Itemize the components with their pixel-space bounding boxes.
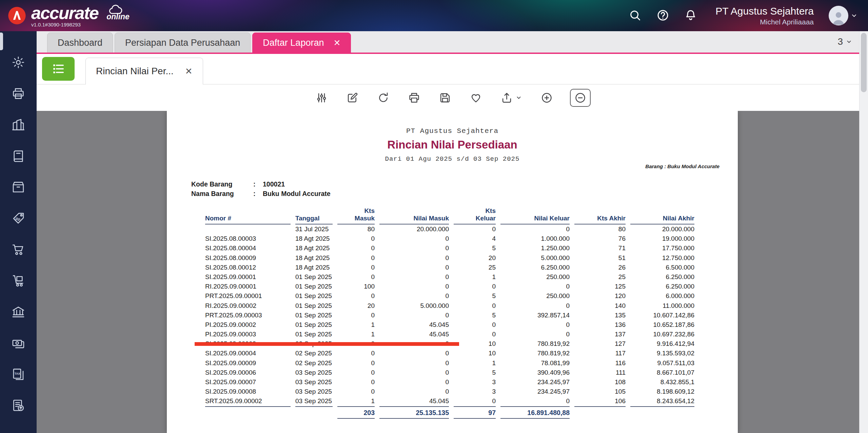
export-button[interactable]: [499, 90, 524, 105]
refresh-button[interactable]: [376, 90, 391, 105]
table-row: PI.2025.09.0000301 Sep 2025145.045001371…: [205, 330, 738, 339]
help-button[interactable]: [656, 9, 669, 23]
table-cell: 10: [454, 339, 496, 349]
print-button[interactable]: [407, 90, 422, 105]
table-cell: 3: [454, 377, 496, 387]
table-cell: 5.000.000: [379, 301, 449, 311]
report-page: PT Agustus Sejahtera Rincian Nilai Perse…: [167, 111, 738, 433]
table-cell: 8.432.855,1: [630, 377, 694, 387]
chevron-down-icon: [850, 12, 858, 19]
report-list-button[interactable]: [42, 57, 75, 81]
zoom-out-button[interactable]: [570, 89, 591, 107]
sidebar-item-sales-cart[interactable]: [10, 242, 26, 257]
table-cell: 80: [574, 224, 626, 234]
scrollbar-thumb[interactable]: [861, 33, 867, 92]
sidebar-item-price-tag-rp[interactable]: Rp: [10, 211, 26, 226]
app-window: accurate online v1.0.1#3090-1998293: [0, 0, 868, 433]
table-cell: 01 Sep 2025: [295, 301, 333, 311]
sidebar-item-ledger-book[interactable]: [10, 149, 26, 163]
tab-strip: DashboardPersiapan Data PerusahaanDaftar…: [47, 31, 353, 53]
column-header: Kts Keluar: [454, 207, 496, 224]
sidebar-item-bank-building[interactable]: [10, 304, 26, 319]
tab-persiapan-data-perusahaan[interactable]: Persiapan Data Perusahaan: [115, 33, 251, 53]
table-cell: 8.667.101,07: [630, 368, 694, 377]
table-row: SI.2025.08.0000418 Agt 20250051.250.0007…: [205, 243, 738, 253]
report-tab-label: Rincian Nilai Per...: [96, 66, 174, 77]
chevron-down-icon[interactable]: [515, 94, 522, 101]
close-icon[interactable]: ✕: [185, 67, 193, 76]
search-button[interactable]: [629, 9, 642, 23]
table-cell: 0: [337, 377, 375, 387]
open-tabs-counter[interactable]: 3: [837, 36, 852, 47]
report-tab-rincian-nilai-per[interactable]: Rincian Nilai Per...✕: [85, 58, 203, 84]
sales-cart-icon: [11, 242, 25, 257]
close-icon[interactable]: ✕: [333, 39, 340, 47]
sidebar-item-purchase-trolley[interactable]: [10, 273, 26, 288]
account-info[interactable]: PT Agustus Sejahtera Michel Apriliaaaa: [715, 5, 814, 26]
notifications-button[interactable]: [684, 9, 697, 23]
filter-button[interactable]: [314, 90, 329, 105]
table-cell: 25: [574, 272, 626, 282]
table-cell: 9.057.511,03: [630, 358, 694, 368]
tab-daftar-laporan[interactable]: Daftar Laporan✕: [252, 33, 351, 53]
favorite-button[interactable]: [468, 90, 484, 105]
tab-dashboard[interactable]: Dashboard: [47, 33, 113, 53]
table-cell: 78.081,99: [500, 358, 570, 368]
table-cell: 20: [454, 253, 496, 263]
vertical-scrollbar[interactable]: [859, 31, 868, 433]
accurate-logo[interactable]: accurate online v1.0.1#3090-1998293: [7, 4, 128, 27]
table-cell: [205, 224, 291, 234]
table-row: SI.2025.08.0001218 Agt 202500256.250.000…: [205, 263, 738, 272]
table-body: 31 Jul 20258020.000.000008020.000.000SI.…: [167, 224, 738, 406]
table-cell: 0: [337, 253, 375, 263]
company-name: PT Agustus Sejahtera: [715, 5, 814, 18]
column-header: Kts Akhir: [574, 215, 626, 224]
table-cell: 5.000.000: [500, 253, 570, 263]
meta-label: Kode Barang: [191, 179, 253, 189]
zoom-in-button[interactable]: [539, 90, 554, 105]
help-icon: [656, 9, 669, 22]
table-row: SI.2025.08.0000318 Agt 20250041.000.0007…: [205, 234, 738, 243]
table-cell: 0: [454, 301, 496, 311]
table-cell: RI.2025.09.00002: [205, 301, 291, 311]
table-cell: 1: [454, 358, 496, 368]
table-cell: 0: [337, 243, 375, 253]
table-cell: 18 Agt 2025: [295, 243, 333, 253]
sidebar-item-tax-documents[interactable]: TAX: [10, 367, 26, 382]
sidebar-item-settings[interactable]: [10, 55, 26, 70]
sidebar-item-company-buildings[interactable]: [10, 117, 26, 132]
table-cell: 01 Sep 2025: [295, 291, 333, 301]
table-cell: 0: [379, 358, 449, 368]
table-cell: 392.857,14: [500, 311, 570, 320]
table-row: SRT.2025.09.0000203 Sep 2025145.04500106…: [205, 396, 738, 406]
column-header: Tanggal: [295, 215, 333, 224]
table-cell: 780.819,92: [500, 339, 570, 349]
edit-button[interactable]: [345, 90, 360, 105]
table-cell: 0: [337, 358, 375, 368]
table-cell: 26: [574, 263, 626, 272]
table-cell: 01 Sep 2025: [295, 311, 333, 320]
table-row: PRT.2025.09.0000101 Sep 2025005250.00012…: [205, 291, 738, 301]
svg-text:Rp: Rp: [16, 217, 21, 221]
table-cell: 71: [574, 243, 626, 253]
table-cell: 01 Sep 2025: [295, 330, 333, 339]
list-icon: [51, 62, 65, 76]
sidebar-item-inventory-box[interactable]: [10, 180, 26, 195]
sidebar-handle[interactable]: [0, 33, 3, 50]
meta-colon: :: [253, 189, 263, 198]
table-cell: 1.000.000: [500, 234, 570, 243]
sidebar-item-report-document[interactable]: [10, 398, 26, 413]
table-cell: RI.2025.09.00001: [205, 282, 291, 291]
sidebar-item-printer[interactable]: [10, 86, 26, 101]
table-cell: PI.2025.09.00003: [205, 330, 291, 339]
table-cell: 0: [337, 291, 375, 301]
table-cell: 0: [500, 320, 570, 330]
totals-cell: [630, 406, 694, 419]
save-button[interactable]: [437, 90, 453, 105]
sidebar-item-cash-money[interactable]: [10, 336, 26, 351]
user-menu[interactable]: [829, 6, 858, 25]
zoom-out-icon: [574, 92, 587, 104]
table-cell: 6.250.000: [500, 263, 570, 272]
table-cell: 234.245,97: [500, 377, 570, 387]
tab-label: Dashboard: [58, 38, 102, 48]
